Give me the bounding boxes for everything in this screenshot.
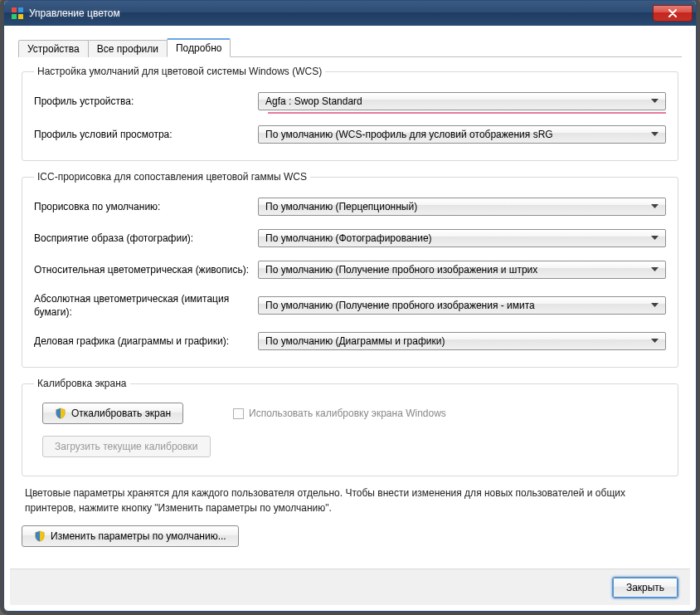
client-area: Устройства Все профили Подробно Настройк… [10, 26, 690, 605]
tab-devices[interactable]: Устройства [18, 40, 89, 57]
use-windows-calibration-checkbox[interactable]: Использовать калибровку экрана Windows [233, 408, 446, 419]
tab-strip: Устройства Все профили Подробно [18, 37, 682, 57]
device-profile-combo[interactable]: Agfa : Swop Standard [258, 92, 666, 110]
app-icon [11, 7, 24, 20]
close-window-button[interactable] [653, 5, 693, 22]
svg-rect-2 [12, 14, 17, 19]
business-graphics-label: Деловая графика (диаграммы и графики): [34, 334, 258, 348]
calibrate-display-button[interactable]: Откалибровать экран [42, 403, 183, 424]
titlebar: Управление цветом [4, 1, 696, 26]
highlight-underline [268, 112, 666, 114]
svg-rect-3 [18, 14, 23, 19]
svg-rect-0 [12, 7, 17, 12]
group-display-calibration-legend: Калибровка экрана [34, 378, 130, 389]
tab-body-advanced: Настройка умолчаний для цветовой системы… [10, 57, 690, 569]
window-title: Управление цветом [29, 7, 653, 19]
viewing-profile-combo[interactable]: По умолчанию (WCS-профиль для условий от… [258, 125, 666, 144]
default-rendering-combo[interactable]: По умолчанию (Перцепционный) [258, 198, 666, 216]
default-rendering-label: Прорисовка по умолчанию: [34, 201, 258, 212]
rel-colorimetric-label: Относительная цветометрическая (живопись… [34, 263, 258, 276]
close-button[interactable]: Закрыть [612, 577, 678, 598]
chevron-down-icon [647, 267, 662, 272]
svg-rect-1 [18, 7, 23, 12]
shield-icon [55, 408, 66, 419]
per-user-note: Цветовые параметры хранятся для каждого … [25, 486, 675, 515]
group-icc-rendering: ICC-прорисовка для сопоставления цветово… [22, 171, 678, 368]
device-profile-label: Профиль устройства: [34, 95, 258, 107]
abs-colorimetric-combo[interactable]: По умолчанию (Получение пробного изображ… [258, 296, 666, 315]
chevron-down-icon [647, 303, 662, 308]
rel-colorimetric-combo[interactable]: По умолчанию (Получение пробного изображ… [258, 261, 666, 279]
perceptual-label: Восприятие образа (фотографии): [34, 232, 258, 244]
group-wcs-defaults-legend: Настройка умолчаний для цветовой системы… [34, 66, 325, 77]
change-system-defaults-button[interactable]: Изменить параметры по умолчанию... [22, 525, 239, 547]
shield-icon [34, 530, 46, 542]
chevron-down-icon [647, 339, 662, 344]
perceptual-combo[interactable]: По умолчанию (Фотографирование) [258, 229, 666, 247]
viewing-profile-label: Профиль условий просмотра: [34, 129, 258, 140]
abs-colorimetric-label: Абсолютная цветометрическая (имитация бу… [34, 292, 258, 319]
group-icc-rendering-legend: ICC-прорисовка для сопоставления цветово… [34, 171, 310, 183]
chevron-down-icon [647, 99, 662, 104]
load-current-calibrations-button: Загрузить текущие калибровки [42, 436, 211, 457]
viewing-profile-value: По умолчанию (WCS-профиль для условий от… [265, 129, 647, 140]
group-display-calibration: Калибровка экрана Откалибровать экран Ис… [22, 378, 678, 476]
tab-all-profiles[interactable]: Все профили [88, 40, 168, 57]
chevron-down-icon [647, 236, 662, 241]
color-management-window: Управление цветом Устройства Все профили… [3, 0, 697, 612]
dialog-footer: Закрыть [10, 569, 690, 605]
group-wcs-defaults: Настройка умолчаний для цветовой системы… [22, 66, 678, 161]
chevron-down-icon [647, 204, 662, 209]
checkbox-box [233, 408, 244, 419]
close-icon [668, 9, 678, 17]
business-graphics-combo[interactable]: По умолчанию (Диаграммы и графики) [258, 332, 666, 350]
tab-advanced[interactable]: Подробно [167, 38, 231, 57]
chevron-down-icon [647, 132, 662, 137]
device-profile-value: Agfa : Swop Standard [265, 95, 647, 107]
